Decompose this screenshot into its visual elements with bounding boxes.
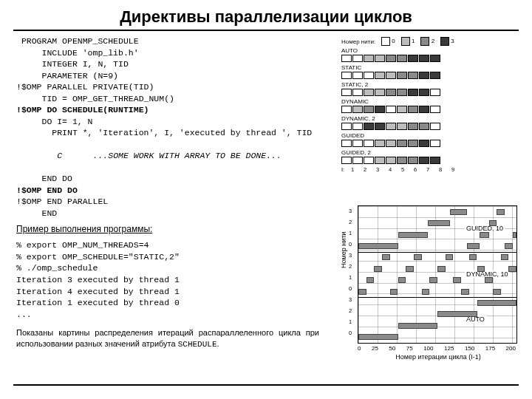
schedule-cell — [419, 106, 429, 113]
schedule-cell — [375, 55, 385, 62]
y-axis-label: Номер нити — [340, 232, 347, 268]
iteration-bar — [374, 266, 382, 272]
code-line: PROGRAM OPENMP_SCHEDULE — [16, 35, 334, 47]
iteration-bar — [508, 266, 516, 272]
iteration-bar — [390, 289, 398, 295]
schedule-cell — [341, 72, 352, 79]
iteration-bar — [429, 277, 437, 283]
thread-legend: Номер нити: 0 1 2 3 — [341, 37, 511, 46]
iteration-bar — [398, 232, 429, 238]
schedule-cell — [352, 89, 363, 96]
schedule-row — [341, 72, 511, 79]
slide: Директивы параллелизации циклов PROGRAM … — [0, 0, 532, 399]
left-column: PROGRAM OPENMP_SCHEDULE INCLUDE 'omp_lib… — [16, 35, 334, 350]
schedule-cell — [364, 106, 374, 113]
iteration-bar — [366, 277, 375, 283]
schedule-row — [341, 89, 511, 96]
schedule-row-label: DYNAMIC, 2 — [341, 115, 511, 122]
iteration-bar — [358, 334, 398, 340]
schedule-cell — [375, 89, 385, 96]
term-line: % ./omp_schedule — [16, 262, 334, 274]
schedule-cell — [397, 157, 407, 164]
plot-area: AUTODYNAMIC, 10GUIDED, 10 — [358, 205, 517, 344]
schedule-row-label: STATIC — [341, 64, 511, 71]
iteration-bar — [428, 220, 450, 226]
schedule-cell — [364, 123, 374, 130]
code-line: END DO — [16, 173, 334, 185]
iteration-bar — [398, 323, 438, 329]
code-line: TID = OMP_GET_THREAD_NUM() — [16, 93, 334, 105]
description-code: SCHEDULE — [178, 340, 217, 349]
schedule-cell — [397, 123, 407, 130]
iteration-bar — [505, 243, 513, 249]
code-line: INTEGER I, N, TID — [16, 58, 334, 70]
iteration-bar — [497, 209, 505, 215]
iteration-bar — [437, 266, 446, 272]
description-a: Показаны картины распределения итераций … — [16, 328, 319, 348]
schedule-cell — [430, 55, 440, 62]
iteration-bar — [382, 254, 390, 260]
code-line: !$OMP DO SCHEDULE(RUNTIME) — [16, 104, 334, 116]
iteration-bar — [477, 266, 485, 272]
code-line: PRINT *, 'Iteration', I, 'executed by th… — [16, 127, 334, 139]
iteration-bar — [414, 254, 422, 260]
schedule-cell — [430, 140, 440, 147]
schedule-cell — [419, 72, 429, 79]
schedule-cell — [375, 123, 385, 130]
iteration-bar — [358, 243, 398, 249]
schedule-cell — [408, 140, 418, 147]
schedule-cell — [386, 123, 396, 130]
schedule-cell — [375, 72, 385, 79]
schedule-cell — [386, 89, 396, 96]
schedule-grid-diagram: Номер нити: 0 1 2 3AUTOSTATICSTATIC, 2DY… — [341, 37, 511, 173]
code-line: PARAMETER (N=9) — [16, 70, 334, 82]
schedule-cell — [375, 140, 385, 147]
iteration-bar — [469, 254, 477, 260]
schedule-cell — [408, 89, 418, 96]
schedule-cell — [341, 106, 352, 113]
schedule-cell — [364, 89, 374, 96]
schedule-cell — [408, 72, 418, 79]
schedule-row-label: STATIC, 2 — [341, 81, 511, 88]
iteration-bar — [398, 277, 406, 283]
iteration-bar — [477, 300, 517, 306]
iteration-bar — [489, 220, 497, 226]
schedule-cell — [341, 89, 352, 96]
schedule-cell — [352, 106, 363, 113]
schedule-cell — [408, 123, 418, 130]
right-column: Номер нити: 0 1 2 3AUTOSTATICSTATIC, 2DY… — [334, 35, 519, 350]
schedule-cell — [386, 72, 396, 79]
schedule-cell — [397, 89, 407, 96]
iteration-bar — [461, 289, 469, 295]
iteration-bar — [450, 209, 466, 215]
schedule-cell — [419, 123, 429, 130]
schedule-cell — [352, 72, 363, 79]
schedule-cell — [352, 157, 363, 164]
schedule-cell — [408, 106, 418, 113]
schedule-cell — [397, 55, 407, 62]
schedule-cell — [419, 157, 429, 164]
code-line: !$OMP PARALLEL PRIVATE(TID) — [16, 81, 334, 93]
schedule-cell — [375, 157, 385, 164]
term-line: % export OMP_SCHEDULE="STATIC,2" — [16, 251, 334, 263]
schedule-cell — [419, 140, 429, 147]
schedule-cell — [386, 106, 396, 113]
iteration-bar — [437, 311, 477, 317]
schedule-cell — [397, 106, 407, 113]
schedule-cell — [386, 140, 396, 147]
schedule-row-label: GUIDED, 2 — [341, 149, 511, 156]
page-title: Директивы параллелизации циклов — [0, 0, 532, 30]
schedule-cell — [352, 55, 363, 62]
schedule-cell — [408, 55, 418, 62]
x-ticks: 0255075100125150175200 — [358, 345, 516, 352]
schedule-cell — [341, 55, 352, 62]
iteration-bar — [467, 243, 480, 249]
iteration-bar — [493, 289, 501, 295]
schedule-cell — [364, 140, 374, 147]
schedule-cell — [364, 72, 374, 79]
schedule-row-label: DYNAMIC — [341, 98, 511, 105]
schedule-cell — [341, 140, 352, 147]
schedule-cell — [430, 72, 440, 79]
iteration-bar — [480, 232, 489, 238]
code-line: END — [16, 208, 334, 219]
